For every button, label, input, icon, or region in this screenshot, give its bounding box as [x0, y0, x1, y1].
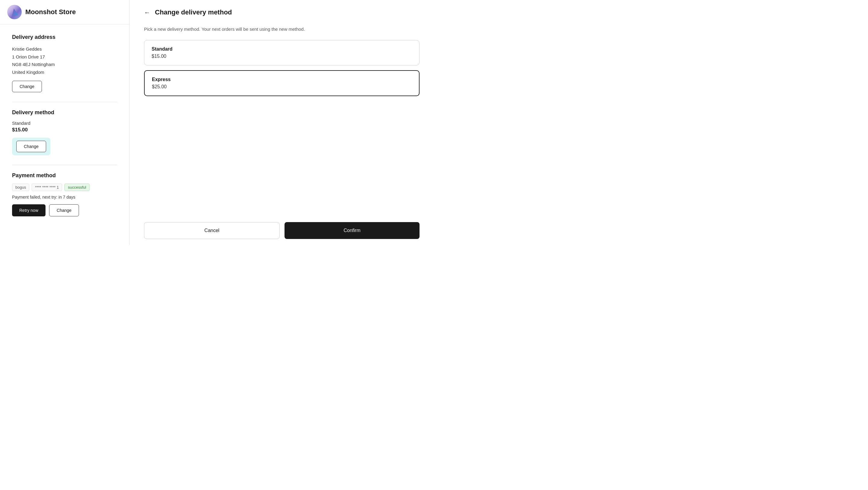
- option-standard-price: $15.00: [152, 54, 412, 59]
- delivery-option-express[interactable]: Express $25.00: [144, 70, 420, 96]
- divider-1: [12, 102, 117, 102]
- address-line2: NG8 4EJ Nottingham: [12, 61, 117, 68]
- back-arrow-icon[interactable]: ←: [144, 9, 150, 16]
- payment-failed-text: Payment failed, next try: in 7 days: [12, 195, 117, 200]
- payment-actions: Retry now Change: [12, 204, 117, 216]
- payment-badges: bogus **** **** **** 1 successful: [12, 184, 117, 191]
- confirm-button[interactable]: Confirm: [284, 222, 420, 239]
- right-footer: Cancel Confirm: [130, 216, 434, 245]
- divider-2: [12, 165, 117, 165]
- payment-method-title: Payment method: [12, 172, 117, 179]
- delivery-method-name: Standard: [12, 121, 117, 126]
- app-logo: [7, 5, 22, 19]
- retry-now-button[interactable]: Retry now: [12, 204, 45, 216]
- cancel-button[interactable]: Cancel: [144, 222, 280, 239]
- option-express-price: $25.00: [152, 84, 412, 90]
- right-panel-title: Change delivery method: [155, 8, 232, 16]
- address-country: United Kingdom: [12, 68, 117, 76]
- change-delivery-button[interactable]: Change: [16, 141, 46, 152]
- delivery-address-section: Delivery address Kristie Geddes 1 Orion …: [12, 34, 117, 92]
- svg-marker-0: [10, 8, 19, 16]
- delivery-method-title: Delivery method: [12, 110, 117, 116]
- delivery-address-title: Delivery address: [12, 34, 117, 40]
- right-header: ← Change delivery method: [130, 0, 434, 22]
- option-standard-name: Standard: [152, 47, 412, 52]
- store-name-label: Moonshot Store: [25, 8, 76, 16]
- change-delivery-highlight: Change: [12, 138, 50, 155]
- address-line1: 1 Orion Drive 17: [12, 53, 117, 61]
- badge-card: **** **** **** 1: [32, 184, 62, 191]
- left-panel: Moonshot Store Delivery address Kristie …: [0, 0, 130, 245]
- right-panel: ← Change delivery method Pick a new deli…: [130, 0, 434, 245]
- delivery-option-standard[interactable]: Standard $15.00: [144, 40, 420, 65]
- delivery-method-price: $15.00: [12, 127, 117, 133]
- change-address-button[interactable]: Change: [12, 81, 42, 92]
- badge-status: successful: [64, 184, 90, 191]
- right-subtitle: Pick a new delivery method. Your next or…: [130, 22, 434, 40]
- payment-method-section: Payment method bogus **** **** **** 1 su…: [12, 172, 117, 216]
- address-name: Kristie Geddes: [12, 45, 117, 53]
- delivery-method-section: Delivery method Standard $15.00 Change: [12, 110, 117, 155]
- app-header: Moonshot Store: [0, 0, 129, 24]
- delivery-options-list: Standard $15.00 Express $25.00: [130, 40, 434, 96]
- change-payment-button[interactable]: Change: [49, 204, 79, 216]
- option-express-name: Express: [152, 77, 412, 82]
- badge-bogus: bogus: [12, 184, 29, 191]
- left-content: Delivery address Kristie Geddes 1 Orion …: [0, 24, 129, 236]
